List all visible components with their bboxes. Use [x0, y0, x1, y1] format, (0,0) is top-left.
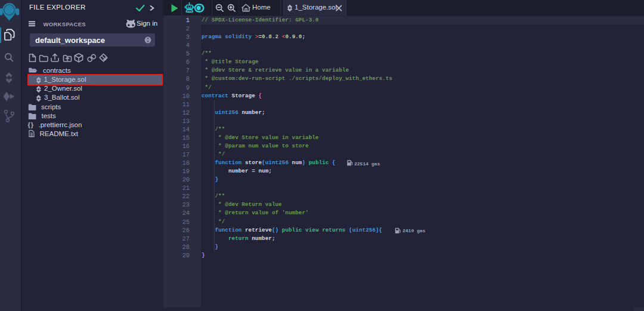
svg-text:{}: {} — [28, 121, 35, 128]
